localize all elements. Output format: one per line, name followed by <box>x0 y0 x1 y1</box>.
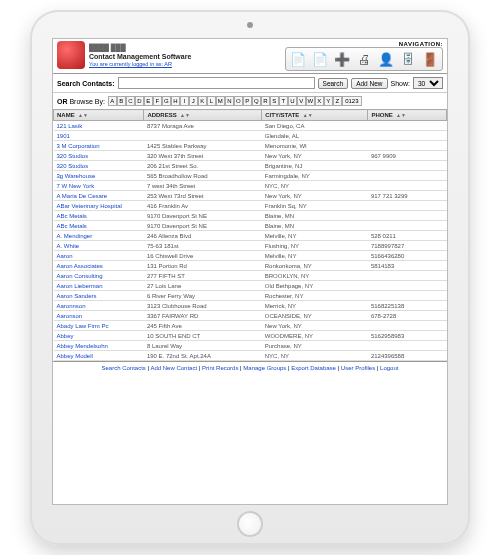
report-icon-2[interactable]: 📄 <box>310 49 330 69</box>
letter-V[interactable]: V <box>297 96 306 106</box>
table-row[interactable]: A. White75-63 181stFlushing, NY718899782… <box>54 241 447 251</box>
contact-link[interactable]: 3 M Corporation <box>57 143 100 149</box>
home-button[interactable] <box>237 511 263 537</box>
table-row[interactable]: ABar Veterinary Hospital416 Franklin AvF… <box>54 201 447 211</box>
footer-link[interactable]: Manage Groups <box>243 365 286 371</box>
table-row[interactable]: 1901Glendale, AL <box>54 131 447 141</box>
col-address[interactable]: ADDRESS ▲▼ <box>144 110 262 121</box>
letter-S[interactable]: S <box>270 96 279 106</box>
letter-L[interactable]: L <box>207 96 216 106</box>
letter-B[interactable]: B <box>117 96 126 106</box>
letter-X[interactable]: X <box>315 96 324 106</box>
letter-F[interactable]: F <box>153 96 162 106</box>
contact-link[interactable]: ABc Metals <box>57 223 87 229</box>
col-name[interactable]: NAME ▲▼ <box>54 110 144 121</box>
table-row[interactable]: ABc Metals9170 Davenport St NEBlaine, MN <box>54 211 447 221</box>
letter-C[interactable]: C <box>126 96 135 106</box>
search-button[interactable]: Search <box>318 78 349 89</box>
table-row[interactable]: 121 Lasik8737 Moraga AveSan Diego, CA <box>54 121 447 131</box>
search-input[interactable] <box>118 77 315 89</box>
contact-link[interactable]: Aaronnson <box>57 303 86 309</box>
contact-link[interactable]: ABc Metals <box>57 213 87 219</box>
contact-link[interactable]: 7 W New York <box>57 183 95 189</box>
cell-address: 27 Lois Lane <box>144 281 262 291</box>
contact-link[interactable]: Abbey Mendelsohn <box>57 343 108 349</box>
logout-icon[interactable]: 🚪 <box>420 49 440 69</box>
footer-link[interactable]: Add New Contact <box>150 365 197 371</box>
contact-link[interactable]: Aaron Consulting <box>57 273 103 279</box>
table-row[interactable]: 320 Studios320 West 37th StreetNew York,… <box>54 151 447 161</box>
letter-A[interactable]: A <box>108 96 117 106</box>
letter-U[interactable]: U <box>288 96 297 106</box>
table-row[interactable]: Abbey Modell190 E. 72nd St. Apt.24ANYC, … <box>54 351 447 361</box>
add-new-button[interactable]: Add New <box>351 78 387 89</box>
footer-link[interactable]: Print Records <box>202 365 238 371</box>
contact-link[interactable]: Aaron <box>57 253 73 259</box>
letter-K[interactable]: K <box>198 96 207 106</box>
table-row[interactable]: Abbey10 SOUTH END CTWOODMERE, NY51629589… <box>54 331 447 341</box>
contact-link[interactable]: Abbey Modell <box>57 353 93 359</box>
letter-Y[interactable]: Y <box>324 96 333 106</box>
table-row[interactable]: Aaron Associates131 Portion RdRonkonkoma… <box>54 261 447 271</box>
letter-G[interactable]: G <box>162 96 171 106</box>
table-row[interactable]: 3g Warehouse565 Broadhollow RoadFarmingd… <box>54 171 447 181</box>
report-icon[interactable]: 📄 <box>288 49 308 69</box>
table-row[interactable]: Abbey Mendelsohn8 Laurel WayPurchase, NY <box>54 341 447 351</box>
footer-link[interactable]: Logout <box>380 365 398 371</box>
contact-link[interactable]: A. Mendinger <box>57 233 93 239</box>
letter-E[interactable]: E <box>144 96 153 106</box>
contact-link[interactable]: Aaronson <box>57 313 83 319</box>
table-row[interactable]: A. Mendinger246 Allenza BlvdMelville, NY… <box>54 231 447 241</box>
contact-link[interactable]: A. White <box>57 243 80 249</box>
table-row[interactable]: A Maria De Cesare253 West 73rd StreetNew… <box>54 191 447 201</box>
letter-N[interactable]: N <box>225 96 234 106</box>
contact-link[interactable]: A Maria De Cesare <box>57 193 108 199</box>
table-row[interactable]: Aaron Sanders6 River Ferry WayRochester,… <box>54 291 447 301</box>
letter-M[interactable]: M <box>216 96 225 106</box>
add-icon[interactable]: ➕ <box>332 49 352 69</box>
contact-link[interactable]: 1901 <box>57 133 70 139</box>
footer-link[interactable]: Export Database <box>291 365 336 371</box>
letter-R[interactable]: R <box>261 96 270 106</box>
table-row[interactable]: 320 Studios206 21st Street So.Brigantine… <box>54 161 447 171</box>
table-row[interactable]: Aaron Consulting277 FIFTH STBROOKLYN, NY <box>54 271 447 281</box>
database-icon[interactable]: 🗄 <box>398 49 418 69</box>
print-icon[interactable]: 🖨 <box>354 49 374 69</box>
show-select[interactable]: 30 <box>413 77 443 89</box>
contact-link[interactable]: 320 Studios <box>57 163 89 169</box>
table-row[interactable]: Aaron Lieberman27 Lois LaneOld Bethpage,… <box>54 281 447 291</box>
table-row[interactable]: Abady Law Firm Pc245 Fifth AveNew York, … <box>54 321 447 331</box>
cell-city: Blaine, MN <box>262 221 368 231</box>
user-icon[interactable]: 👤 <box>376 49 396 69</box>
footer-link[interactable]: User Profiles <box>341 365 375 371</box>
letter-T[interactable]: T <box>279 96 288 106</box>
contact-link[interactable]: 320 Studios <box>57 153 89 159</box>
col-phone[interactable]: PHONE ▲▼ <box>368 110 447 121</box>
contact-link[interactable]: 121 Lasik <box>57 123 83 129</box>
contact-link[interactable]: Aaron Associates <box>57 263 103 269</box>
letter-W[interactable]: W <box>306 96 315 106</box>
table-row[interactable]: Aaron16 Chiswell DriveMelville, NY516643… <box>54 251 447 261</box>
contact-link[interactable]: 3g Warehouse <box>57 173 96 179</box>
letter-O[interactable]: O <box>234 96 243 106</box>
letter-P[interactable]: P <box>243 96 252 106</box>
letter-H[interactable]: H <box>171 96 180 106</box>
col-city[interactable]: CITY/STATE ▲▼ <box>262 110 368 121</box>
table-row[interactable]: 3 M Corporation1425 Stables ParkwayMenom… <box>54 141 447 151</box>
letter-I[interactable]: I <box>180 96 189 106</box>
contact-link[interactable]: Aaron Sanders <box>57 293 97 299</box>
table-row[interactable]: Aaronnson3123 Clubhouse RoadMerrick, NY5… <box>54 301 447 311</box>
letter-Z[interactable]: Z <box>333 96 342 106</box>
letter-Q[interactable]: Q <box>252 96 261 106</box>
table-row[interactable]: Aaronson3367 FAIRWAY RDOCEANSIDE, NY678-… <box>54 311 447 321</box>
contact-link[interactable]: Abady Law Firm Pc <box>57 323 109 329</box>
contact-link[interactable]: Abbey <box>57 333 74 339</box>
letter-0123[interactable]: 0123 <box>342 96 362 106</box>
footer-link[interactable]: Search Contacts <box>102 365 146 371</box>
table-row[interactable]: 7 W New York7 west 34th StreetNYC, NY <box>54 181 447 191</box>
letter-D[interactable]: D <box>135 96 144 106</box>
contact-link[interactable]: ABar Veterinary Hospital <box>57 203 122 209</box>
letter-J[interactable]: J <box>189 96 198 106</box>
table-row[interactable]: ABc Metals9170 Davenport St NEBlaine, MN <box>54 221 447 231</box>
contact-link[interactable]: Aaron Lieberman <box>57 283 103 289</box>
